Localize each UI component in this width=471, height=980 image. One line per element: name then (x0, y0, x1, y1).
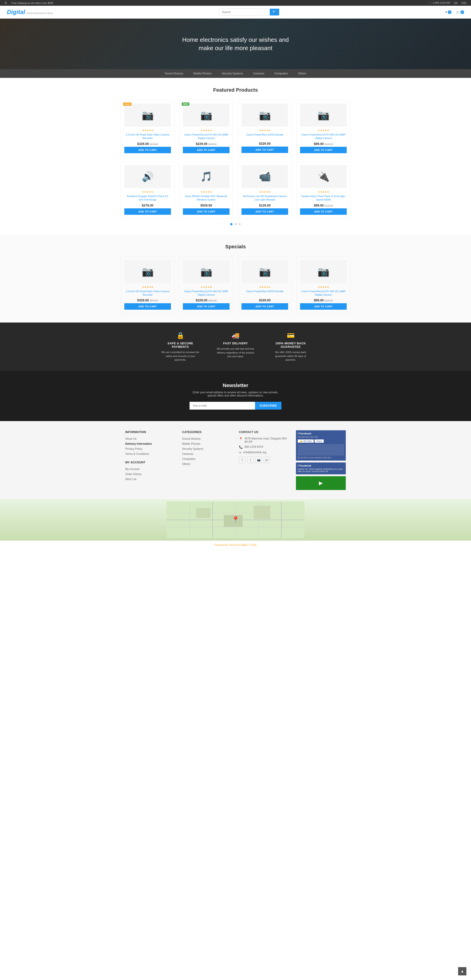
googleplus-social-btn[interactable]: g+ (264, 457, 270, 463)
footer-information-title: INFORMATION (125, 430, 175, 434)
product-stars: ★★★★★ (124, 129, 171, 132)
product-old-price: $379.00 (150, 299, 158, 302)
footer-info-link[interactable]: Privacy Policy (125, 447, 142, 450)
search-button[interactable]: 🔍 (270, 9, 279, 15)
fb-friends-text: Be the first of your friends to like thi… (298, 457, 344, 459)
add-to-cart-button[interactable]: ADD TO CART (242, 303, 288, 310)
add-to-cart-button[interactable]: ADD TO CART (183, 147, 229, 153)
footer-contact-col: CONTACT US 📍 4578 Marmora road, Glasgow … (239, 430, 289, 490)
nav-mobile-phones[interactable]: Mobile Phones (188, 69, 216, 78)
add-to-cart-button[interactable]: ADD TO CART (124, 303, 171, 310)
product-price: $89.00$119.00 (300, 204, 347, 207)
product-old-price: $379.00 (150, 143, 158, 145)
specials-product-card: 📷 ★★★★★ Canon PowerShot ELPH 340 HS 16MP… (296, 256, 350, 313)
product-price: $329.00 (242, 298, 288, 302)
fb-like-button[interactable]: 👍 Like Page (298, 439, 314, 443)
instagram-social-btn[interactable]: 📷 (256, 457, 262, 463)
wishlist-badge: 0 (448, 10, 452, 14)
footer-category-link[interactable]: Sound Devices (182, 437, 201, 441)
nav-computers[interactable]: Computers (269, 69, 293, 78)
footer-category-link[interactable]: Security Systems (182, 447, 204, 450)
product-stars: ★★★★★ (300, 191, 347, 193)
newsletter-email-input[interactable] (189, 402, 255, 410)
product-price: $229.00$319.00 (183, 142, 229, 146)
featured-title: Featured Products (7, 87, 464, 93)
footer-bottom-text: Powered By OpenCart Digital © 2016 (215, 544, 256, 546)
add-to-cart-button[interactable]: ADD TO CART (242, 146, 288, 153)
phone-icon: 📞 (239, 445, 243, 449)
logo[interactable]: Digital Home Electronics Store (7, 8, 53, 16)
footer-category-link[interactable]: Mobile Phones (182, 442, 200, 445)
pagination-dot-3[interactable] (239, 223, 241, 225)
footer-account-link[interactable]: Order History (125, 473, 142, 476)
featured-product-card: 🎵 ★★★★★ Sony SRSX5 Portable NFC Bluetoot… (179, 162, 233, 218)
footer-bottom: Powered By OpenCart Digital © 2016 (0, 541, 471, 549)
fb-icon-2: f (298, 464, 299, 467)
nav-sound-devices[interactable]: Sound Devices (160, 69, 188, 78)
footer-categories-col: CATEGORIES Sound DevicesMobile PhonesSec… (182, 430, 232, 490)
hero-banner: Home electronics satisfy our wishes and … (0, 19, 471, 69)
footer-info-link[interactable]: About Us (125, 437, 137, 441)
add-to-cart-button[interactable]: ADD TO CART (124, 147, 171, 153)
add-to-cart-button[interactable]: ADD TO CART (183, 208, 229, 215)
footer-category-link-item: Cameras (182, 452, 232, 455)
featured-product-card: 📷 ★★★★★ Canon PowerShot ELPH 340 HS 16MP… (296, 100, 350, 157)
wishlist-icon-button[interactable]: ♥ 0 (445, 10, 452, 14)
product-price: $329.00 (242, 142, 288, 145)
footer-contact-title: CONTACT US (239, 430, 289, 434)
footer-category-link[interactable]: Cameras (182, 452, 193, 455)
footer-category-link[interactable]: Computers (182, 457, 196, 461)
add-to-cart-button[interactable]: ADD TO CART (124, 208, 171, 215)
twitter-social-btn[interactable]: t (247, 457, 254, 463)
pagination-dot-1[interactable] (230, 223, 232, 225)
feature-icon: 💳 (270, 332, 311, 339)
search-input[interactable] (219, 9, 270, 15)
product-old-price: $319.00 (208, 299, 216, 302)
facebook-social-btn[interactable]: f (239, 457, 245, 463)
language-selector[interactable]: EN (454, 2, 457, 4)
add-to-cart-button[interactable]: ADD TO CART (300, 208, 347, 215)
featured-product-card: 📷 ★★★★★ Canon PowerShot SX520 Bundle $32… (238, 100, 292, 157)
video-thumbnail[interactable]: ▶ (296, 476, 346, 490)
footer-info-link[interactable]: Delivery Information (125, 442, 152, 445)
product-stars: ★★★★★ (124, 286, 171, 288)
add-to-cart-button[interactable]: ADD TO CART (300, 303, 347, 310)
footer-category-link[interactable]: Others (182, 463, 191, 466)
footer-account-link[interactable]: My Account (125, 468, 140, 471)
feature-item: 💳 100% MONEY BACK GUARANTEE We offer 100… (270, 332, 311, 362)
footer-account-link[interactable]: Wish List (125, 477, 137, 481)
footer-account-links: My AccountOrder HistoryWish List (125, 467, 175, 481)
feature-icon: 🚚 (215, 332, 256, 339)
hero-text: Home electronics satisfy our wishes and … (178, 36, 293, 52)
header: Digital Home Electronics Store 🔍 ♥ 0 🛒 0 (0, 6, 471, 19)
footer-categories-title: CATEGORIES (182, 430, 232, 434)
footer-category-links: Sound DevicesMobile PhonesSecurity Syste… (182, 437, 232, 466)
product-stars: ★★★★★ (124, 191, 171, 193)
contact-phone: 📞 800-1234-5678 (239, 445, 289, 449)
footer: INFORMATION About UsDelivery Information… (0, 421, 471, 499)
fb-share-button[interactable]: Share (315, 439, 324, 443)
facebook-widget-1: f Facebook 100,000,100 Like This 👍 Like … (296, 430, 346, 461)
cart-icon-button[interactable]: 🛒 0 (456, 10, 464, 14)
currency-selector[interactable]: USD (461, 2, 466, 4)
product-old-price: $119.00 (325, 204, 333, 207)
nav-security-systems[interactable]: Security Systems (216, 69, 248, 78)
add-to-cart-button[interactable]: ADD TO CART (183, 303, 229, 310)
add-to-cart-button[interactable]: ADD TO CART (242, 208, 288, 215)
add-to-cart-button[interactable]: ADD TO CART (300, 147, 347, 153)
product-image: 📷 (242, 260, 288, 283)
footer-info-link[interactable]: Terms & Conditions (125, 452, 149, 455)
feature-title: 100% MONEY BACK GUARANTEE (270, 342, 311, 348)
product-image: 🔌 (300, 165, 347, 188)
logo-text: Digital (7, 8, 25, 16)
pagination-dots (7, 223, 464, 225)
phone-text: 📞 1-800-1234-567 (429, 2, 450, 4)
features-section: 🔒 SAFE & SECURE PAYMENTS We are committe… (0, 323, 471, 371)
nav-others[interactable]: Others (293, 69, 311, 78)
footer-info-links: About UsDelivery InformationPrivacy Poli… (125, 437, 175, 455)
hamburger-icon[interactable]: ☰ (5, 2, 7, 4)
pagination-dot-2[interactable] (234, 223, 237, 225)
newsletter-subscribe-button[interactable]: SUBSCRIBE (255, 402, 282, 410)
feature-title: SAFE & SECURE PAYMENTS (160, 342, 201, 348)
nav-cameras[interactable]: Cameras (248, 69, 269, 78)
